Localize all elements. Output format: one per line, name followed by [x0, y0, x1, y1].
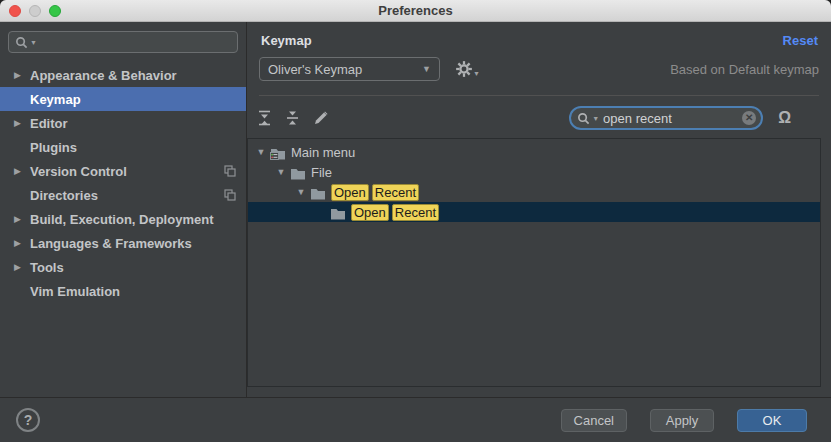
chevron-down-icon[interactable]: ▼ — [294, 187, 308, 197]
settings-search-box[interactable]: ▼ — [8, 31, 238, 53]
sidebar-item-label: Version Control — [30, 164, 127, 179]
tree-row-file[interactable]: ▼File — [248, 162, 820, 182]
sidebar-item-label: Vim Emulation — [30, 284, 120, 299]
cancel-button[interactable]: Cancel — [561, 409, 627, 432]
tree-row-main-menu[interactable]: ▼Main menu — [248, 142, 820, 162]
settings-search-input[interactable] — [39, 34, 231, 51]
sidebar-item-label: Build, Execution, Deployment — [30, 212, 213, 227]
sidebar-item-label: Directories — [30, 188, 98, 203]
sidebar-item-vim-emulation[interactable]: Vim Emulation — [0, 279, 246, 303]
chevron-right-icon[interactable]: ▶ — [14, 70, 30, 80]
chevron-right-icon[interactable]: ▶ — [14, 238, 30, 248]
keymap-select-value: Oliver's Keymap — [268, 62, 362, 77]
gear-icon — [455, 60, 473, 78]
tree-row-open-recent[interactable]: ▼OpenRecent — [248, 182, 820, 202]
traffic-lights — [9, 5, 61, 17]
match-highlight: Open — [331, 184, 369, 201]
edit-shortcut-button[interactable] — [313, 110, 329, 126]
chevron-right-icon[interactable]: ▶ — [14, 166, 30, 176]
sidebar-item-label: Plugins — [30, 140, 77, 155]
tree-row-label: File — [311, 165, 332, 180]
clear-search-icon[interactable]: ✕ — [742, 111, 756, 125]
expand-all-button[interactable] — [257, 110, 272, 126]
shared-settings-icon — [224, 165, 236, 177]
expand-all-icon — [257, 110, 272, 126]
page-title: Keymap — [261, 33, 312, 48]
collapse-all-icon — [285, 110, 300, 126]
sidebar-item-tools[interactable]: ▶Tools — [0, 255, 246, 279]
collapse-all-button[interactable] — [285, 110, 300, 126]
keymap-panel: Keymap Reset Oliver's Keymap ▼ — [247, 22, 831, 397]
find-by-shortcut-icon[interactable]: Ω — [778, 110, 791, 126]
sidebar-item-version-control[interactable]: ▶Version Control — [0, 159, 246, 183]
folder-icon — [330, 207, 346, 220]
tree-row-label: Main menu — [291, 145, 355, 160]
keymap-settings-button[interactable]: ▼ — [455, 60, 480, 78]
keymap-tree: ▼Main menu▼File▼OpenRecentOpenRecent — [247, 138, 821, 387]
sidebar-item-label: Editor — [30, 116, 68, 131]
header-separator — [259, 95, 819, 96]
minimize-window-icon[interactable] — [29, 5, 41, 17]
settings-category-list: ▶Appearance & BehaviorKeymap▶EditorPlugi… — [0, 63, 246, 303]
sidebar-item-plugins[interactable]: Plugins — [0, 135, 246, 159]
chevron-right-icon[interactable]: ▶ — [14, 262, 30, 272]
folder-icon — [290, 167, 306, 180]
folder-icon — [310, 187, 326, 200]
edit-icon — [313, 110, 329, 126]
sidebar-item-label: Keymap — [30, 92, 81, 107]
search-options-arrow-icon[interactable]: ▼ — [30, 39, 37, 46]
sidebar-item-label: Tools — [30, 260, 64, 275]
keymap-select[interactable]: Oliver's Keymap ▼ — [259, 57, 440, 81]
dialog-footer: ? Cancel Apply OK — [0, 397, 831, 442]
search-icon — [15, 36, 28, 49]
sidebar-item-languages-frameworks[interactable]: ▶Languages & Frameworks — [0, 231, 246, 255]
sidebar-item-build-execution-deployment[interactable]: ▶Build, Execution, Deployment — [0, 207, 246, 231]
action-search-box[interactable]: ▼ ✕ — [569, 106, 763, 130]
match-highlight: Recent — [392, 204, 439, 221]
tree-row-open-recent[interactable]: OpenRecent — [248, 202, 820, 222]
window-title: Preferences — [0, 3, 831, 18]
match-highlight: Recent — [372, 184, 419, 201]
chevron-down-icon[interactable]: ▼ — [274, 167, 288, 177]
help-button[interactable]: ? — [16, 408, 40, 432]
sidebar-item-label: Appearance & Behavior — [30, 68, 177, 83]
titlebar: Preferences — [0, 0, 831, 22]
close-window-icon[interactable] — [9, 5, 21, 17]
ok-button[interactable]: OK — [737, 409, 807, 432]
search-options-arrow-icon[interactable]: ▼ — [592, 115, 599, 122]
shared-settings-icon — [224, 189, 236, 201]
sidebar-item-editor[interactable]: ▶Editor — [0, 111, 246, 135]
chevron-right-icon[interactable]: ▶ — [14, 118, 30, 128]
apply-button[interactable]: Apply — [650, 409, 714, 432]
sidebar-item-directories[interactable]: Directories — [0, 183, 246, 207]
match-highlight: Open — [351, 204, 389, 221]
main-menu-folder-icon — [270, 147, 286, 160]
based-on-label: Based on Default keymap — [670, 62, 819, 77]
gear-dropdown-arrow-icon: ▼ — [473, 70, 480, 77]
sidebar-item-keymap[interactable]: Keymap — [0, 87, 246, 111]
sidebar-item-appearance-behavior[interactable]: ▶Appearance & Behavior — [0, 63, 246, 87]
sidebar-item-label: Languages & Frameworks — [30, 236, 192, 251]
chevron-right-icon[interactable]: ▶ — [14, 214, 30, 224]
chevron-down-icon[interactable]: ▼ — [254, 147, 268, 157]
search-icon — [577, 112, 590, 125]
preferences-dialog: Preferences ▼ ▶Appearance & BehaviorKeym… — [0, 0, 831, 442]
settings-sidebar: ▼ ▶Appearance & BehaviorKeymap▶EditorPlu… — [0, 22, 247, 397]
chevron-down-icon: ▼ — [422, 64, 431, 74]
zoom-window-icon[interactable] — [49, 5, 61, 17]
reset-link[interactable]: Reset — [783, 33, 818, 48]
action-search-input[interactable] — [601, 110, 740, 127]
